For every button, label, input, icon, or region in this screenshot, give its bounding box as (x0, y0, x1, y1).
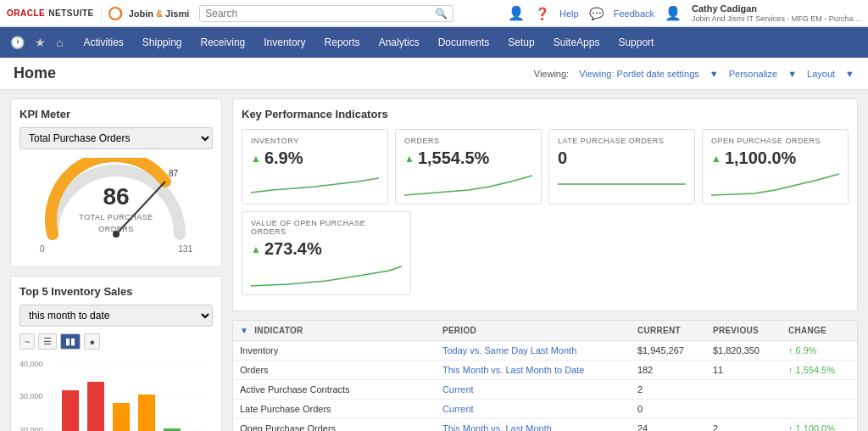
user-name: Cathy Cadigan (692, 3, 861, 14)
nav-item-receiving[interactable]: Receiving (192, 30, 254, 55)
feedback-label[interactable]: Feedback (614, 8, 654, 19)
td-period[interactable]: This Month vs. Last Month to Date (436, 361, 631, 380)
kpi-card-inventory-value: ▲ 6.9% (251, 148, 379, 168)
chart-line-btn[interactable]: ~ (19, 333, 35, 350)
td-change (782, 400, 857, 419)
inventory-sales-select[interactable]: this month to date (19, 305, 213, 327)
td-current: 24 (631, 419, 706, 432)
td-indicator: Open Purchase Orders (233, 419, 436, 432)
gauge-range: 0 131 (40, 244, 192, 254)
kpi-table-section: ▼ INDICATOR PERIOD CURRENT PREVIOUS CHAN… (232, 320, 858, 431)
gauge-container: 87 86 TOTAL PURCHASE ORDERS (40, 158, 192, 243)
th-previous: PREVIOUS (706, 321, 782, 341)
user-title: Jobin And Jismi IT Services - MFG EM - P… (692, 14, 861, 24)
view-controls: Viewing: Viewing: Portlet date settings … (534, 69, 854, 79)
portlet-date-button[interactable]: Viewing: Portlet date settings (579, 69, 699, 79)
kpi-card-late-po-label: LATE PURCHASE ORDERS (558, 137, 686, 145)
help-icon: ❓ (535, 7, 549, 20)
svg-point-1 (109, 8, 121, 20)
chart-table-btn[interactable]: ☰ (38, 333, 57, 350)
td-previous: $1,820,350 (706, 341, 782, 361)
td-period[interactable]: Current (436, 400, 631, 419)
kpi-card-value-open-po-value: ▲ 273.4% (251, 239, 402, 259)
kpi-card-late-po-value: 0 (558, 148, 686, 168)
inventory-sales-title: Top 5 Inventory Sales (19, 285, 213, 298)
td-current: 0 (631, 400, 706, 419)
kpi-card-late-po-sparkline (558, 171, 686, 197)
clock-icon[interactable]: 🕐 (7, 32, 28, 53)
kpi-card-open-po-sparkline (711, 171, 839, 197)
gauge-label: TOTAL PURCHASE ORDERS (79, 213, 153, 233)
table-row: Open Purchase Orders This Month vs. Last… (233, 419, 857, 432)
personalize-button[interactable]: Personalize (729, 69, 777, 79)
gauge-wrap: 87 86 TOTAL PURCHASE ORDERS 0 131 (19, 149, 213, 258)
inventory-sales-widget: Top 5 Inventory Sales this month to date… (10, 276, 222, 431)
user-avatar-icon: 👤 (665, 5, 682, 21)
td-change: ↑ 6.9% (782, 341, 857, 361)
td-change: ↑ 1,100.0% (782, 419, 857, 432)
sort-icon[interactable]: ▼ (240, 326, 248, 335)
oracle-label: ORACLE (7, 8, 45, 18)
gauge-min: 0 (40, 244, 45, 254)
nav-item-shipping[interactable]: Shipping (134, 30, 191, 55)
kpi-card-inventory-sparkline (251, 171, 379, 197)
table-row: Active Purchase Contracts Current 2 (233, 380, 857, 400)
chart-bar-btn[interactable]: ▮▮ (60, 333, 81, 350)
right-icons: 👤 ❓ Help 💬 Feedback 👤 Cathy Cadigan Jobi… (508, 3, 861, 24)
td-period[interactable]: Current (436, 380, 631, 400)
nav-item-reports[interactable]: Reports (316, 30, 369, 55)
help-label[interactable]: Help (559, 8, 579, 19)
search-input[interactable] (205, 8, 435, 20)
nav-item-analytics[interactable]: Analytics (370, 30, 428, 55)
chart-settings-btn[interactable]: ● (84, 333, 100, 350)
netsuite-label: NETSUITE (48, 8, 93, 18)
kpi-card-orders-value: ▲ 1,554.5% (404, 148, 532, 168)
td-current: 2 (631, 380, 706, 400)
nav-item-support[interactable]: Support (609, 30, 662, 55)
left-panel: KPI Meter Total Purchase Orders 87 (10, 98, 222, 431)
kpi-card-open-po: OPEN PURCHASE ORDERS ▲ 1,100.0% (702, 129, 849, 204)
layout-button[interactable]: Layout (807, 69, 835, 79)
page-title: Home (14, 64, 56, 82)
td-indicator: Late Purchase Orders (233, 400, 436, 419)
logo: ORACLE NETSUITE Jobin & Jismi (7, 6, 189, 21)
kpi-card-orders-sparkline (404, 171, 532, 197)
table-row: Orders This Month vs. Last Month to Date… (233, 361, 857, 380)
nav-item-suiteapps[interactable]: SuiteApps (545, 30, 609, 55)
nav-item-setup[interactable]: Setup (499, 30, 542, 55)
person-icon: 👤 (508, 5, 525, 21)
gauge-max: 131 (178, 244, 192, 254)
star-icon[interactable]: ★ (31, 32, 49, 53)
svg-text:20,000: 20,000 (19, 426, 43, 431)
kpi-card-orders: ORDERS ▲ 1,554.5% (395, 129, 542, 204)
search-icon: 🔍 (435, 8, 448, 20)
td-period[interactable]: Today vs. Same Day Last Month (436, 341, 631, 361)
kpi-meter-select[interactable]: Total Purchase Orders (19, 127, 213, 149)
svg-rect-11 (62, 390, 79, 431)
th-current: CURRENT (631, 321, 706, 341)
td-current: $1,945,267 (631, 341, 706, 361)
nav-item-activities[interactable]: Activities (75, 30, 131, 55)
td-indicator: Active Purchase Contracts (233, 380, 436, 400)
gauge-value: 86 TOTAL PURCHASE ORDERS (78, 183, 154, 234)
td-period[interactable]: This Month vs. Last Month (436, 419, 631, 432)
td-previous: 2 (706, 419, 782, 432)
kpi-card-value-open-po-sparkline (251, 262, 402, 288)
kpi-card-value-open-po: VALUE OF OPEN PURCHASE ORDERS ▲ 273.4% (242, 211, 411, 295)
kpi-cards-row-1: INVENTORY ▲ 6.9% ORDERS ▲ (242, 129, 849, 204)
td-indicator: Inventory (233, 341, 436, 361)
svg-rect-13 (113, 403, 130, 431)
svg-text:30,000: 30,000 (19, 392, 43, 400)
chat-icon: 💬 (589, 7, 604, 20)
th-indicator: ▼ INDICATOR (233, 321, 436, 341)
nav-item-inventory[interactable]: Inventory (255, 30, 314, 55)
nav-item-documents[interactable]: Documents (430, 30, 498, 55)
layout-chevron-icon: ▼ (845, 69, 854, 79)
viewing-label: Viewing: (534, 69, 569, 79)
kpi-section-title: Key Performance Indicators (242, 108, 849, 120)
td-previous: 11 (706, 361, 782, 380)
kpi-card-orders-label: ORDERS (404, 137, 532, 145)
th-change: CHANGE (782, 321, 857, 341)
home-icon[interactable]: ⌂ (53, 32, 66, 53)
search-bar[interactable]: 🔍 (199, 5, 453, 22)
